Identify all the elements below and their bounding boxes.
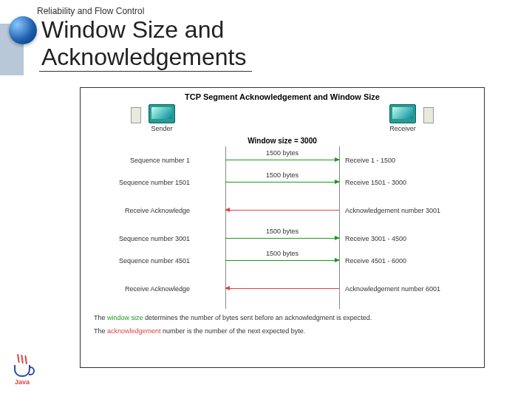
computers-row: Sender Receiver <box>110 104 454 146</box>
receiver-label: Receiver <box>389 125 416 132</box>
slide-header: Window Size and Acknowledgements <box>0 19 532 75</box>
java-steam-icon <box>21 355 24 364</box>
title-line-2: Acknowledgements <box>41 44 246 70</box>
label-right: Receive 4501 - 6000 <box>345 257 478 265</box>
ack-message: Receive AcknowledgeAcknowledgement numbe… <box>95 207 469 223</box>
label-right: Receive 1501 - 3000 <box>345 179 478 186</box>
bytes-label: 1500 bytes <box>227 228 338 235</box>
title-underline <box>39 71 252 72</box>
java-cup-icon <box>14 365 30 377</box>
arrow-right-icon <box>225 182 339 183</box>
sender-label: Sender <box>151 125 172 132</box>
bytes-label: 1500 bytes <box>227 149 338 157</box>
highlight-acknowledgement: acknowledgement <box>107 327 161 335</box>
arrow-left-icon <box>225 288 339 289</box>
footer-note-ack: The acknowledgement number is the number… <box>94 327 471 335</box>
diagram-container: TCP Segment Acknowledgement and Window S… <box>80 87 485 368</box>
title-line-1: Window Size and <box>41 16 224 43</box>
sender-pc: Sender <box>132 104 191 132</box>
data-message: 1500 bytesSequence number 3001Receive 30… <box>95 235 469 251</box>
data-message: 1500 bytesSequence number 1501Receive 15… <box>95 179 469 195</box>
label-left: Sequence number 3001 <box>72 235 190 242</box>
globe-icon <box>9 16 37 44</box>
java-label: Java <box>7 378 37 386</box>
pc-tower-icon <box>131 107 141 123</box>
label-right: Acknowledgement number 3001 <box>345 207 478 214</box>
label-left: Sequence number 1 <box>72 157 190 164</box>
data-message: 1500 bytesSequence number 1Receive 1 - 1… <box>95 157 469 173</box>
label-left: Sequence number 4501 <box>72 257 190 265</box>
bytes-label: 1500 bytes <box>227 250 338 257</box>
arrow-right-icon <box>225 160 339 160</box>
label-left: Receive Acknowledge <box>72 285 190 293</box>
receiver-pc: Receiver <box>373 104 432 132</box>
pc-monitor-icon <box>389 104 416 123</box>
diagram-title: TCP Segment Acknowledgement and Window S… <box>81 88 484 104</box>
java-logo: Java <box>7 355 37 386</box>
label-right: Receive 1 - 1500 <box>345 157 478 164</box>
bytes-label: 1500 bytes <box>227 171 338 179</box>
label-left: Receive Acknowledge <box>72 207 190 214</box>
ack-message: Receive AcknowledgeAcknowledgement numbe… <box>95 285 469 301</box>
page-title: Window Size and Acknowledgements <box>41 16 246 71</box>
data-message: 1500 bytesSequence number 4501Receive 45… <box>95 257 469 273</box>
label-left: Sequence number 1501 <box>72 179 190 186</box>
arrow-right-icon <box>225 260 339 261</box>
arrow-right-icon <box>225 238 339 239</box>
footer-note-window: The window size determines the number of… <box>94 313 471 322</box>
label-right: Receive 3001 - 4500 <box>345 235 478 242</box>
highlight-window-size: window size <box>107 314 143 321</box>
pc-monitor-icon <box>149 104 175 123</box>
label-right: Acknowledgement number 6001 <box>345 285 478 293</box>
pc-tower-icon <box>423 107 434 123</box>
flow-diagram: 1500 bytesSequence number 1Receive 1 - 1… <box>95 146 469 309</box>
arrow-left-icon <box>225 210 339 211</box>
